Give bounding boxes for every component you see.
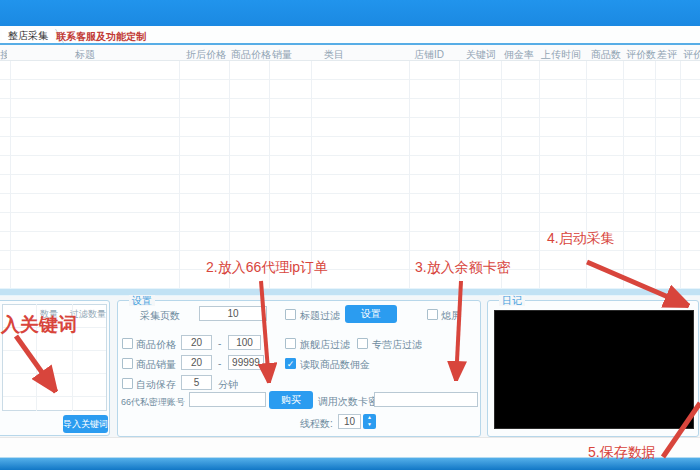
import-keywords-button[interactable]: 导入关键词 bbox=[63, 415, 108, 433]
log-output[interactable] bbox=[494, 310, 694, 429]
card-key-input[interactable] bbox=[374, 392, 478, 407]
buy-button[interactable]: 购买 bbox=[269, 391, 313, 409]
sales-label: 商品销量 bbox=[136, 358, 176, 372]
title-filter-checkbox[interactable] bbox=[285, 309, 296, 320]
grid-line bbox=[409, 61, 410, 288]
franchise-filter-label[interactable]: 专营店过滤 bbox=[372, 338, 422, 352]
column-header-sales[interactable]: 销量 bbox=[272, 48, 292, 62]
read-commission-checkbox[interactable]: ✓ bbox=[285, 358, 296, 369]
column-header-shop-id[interactable]: 店铺ID bbox=[414, 48, 444, 62]
column-header-commission[interactable]: 佣金率 bbox=[504, 48, 534, 62]
annotation-proxy-order: 2.放入66代理ip订单 bbox=[206, 259, 328, 277]
grid-line bbox=[311, 61, 312, 288]
threads-input[interactable] bbox=[338, 414, 361, 429]
grid-line bbox=[655, 61, 656, 288]
grid-line bbox=[501, 61, 502, 288]
threads-label: 线程数: bbox=[300, 417, 333, 431]
sales-filter-checkbox[interactable] bbox=[122, 358, 133, 369]
screen-off-checkbox[interactable] bbox=[427, 309, 438, 320]
column-header-category[interactable]: 类目 bbox=[324, 48, 344, 62]
price-label: 商品价格 bbox=[136, 338, 176, 352]
flagship-filter-checkbox[interactable] bbox=[285, 338, 296, 349]
annotation-keywords: 入关键词 bbox=[1, 312, 77, 338]
app-window: 整店采集 联系客服及功能定制 接 标题 折后价格 商品价格 销量 类目 店铺ID… bbox=[0, 0, 700, 470]
column-header-keyword[interactable]: 关键词 bbox=[466, 48, 496, 62]
price-filter-checkbox[interactable] bbox=[122, 338, 133, 349]
grid-line bbox=[623, 61, 624, 288]
annotation-balance-card: 3.放入余额卡密 bbox=[415, 259, 511, 277]
grid-line bbox=[179, 61, 180, 288]
pages-label: 采集页数 bbox=[140, 309, 180, 323]
horizontal-splitter[interactable] bbox=[0, 288, 700, 296]
title-filter-settings-button[interactable]: 设置 bbox=[345, 305, 397, 323]
pages-input[interactable] bbox=[199, 306, 267, 321]
log-group-label: 日记 bbox=[499, 295, 525, 306]
card-key-label: 调用次数卡密 bbox=[318, 395, 378, 409]
sales-min-input[interactable] bbox=[181, 355, 212, 370]
read-commission-label[interactable]: 读取商品数佣金 bbox=[300, 358, 370, 372]
proxy-account-input[interactable] bbox=[189, 392, 266, 407]
annotation-save-data: 5.保存数据 bbox=[588, 444, 656, 462]
threads-stepper[interactable]: ▲ ▼ bbox=[363, 414, 376, 429]
column-header-title[interactable]: 标题 bbox=[75, 48, 95, 62]
grid-line bbox=[229, 61, 230, 288]
proxy-account-label: 66代私密理账号 bbox=[121, 396, 185, 409]
autosave-label: 自动保存 bbox=[136, 378, 176, 392]
stepper-down-icon[interactable]: ▼ bbox=[367, 421, 372, 427]
contact-service-link[interactable]: 联系客服及功能定制 bbox=[56, 30, 146, 43]
column-header-review-rate[interactable]: 评价率 bbox=[683, 48, 700, 62]
screen-off-label[interactable]: 熄屏 bbox=[441, 309, 461, 323]
price-min-input[interactable] bbox=[181, 335, 212, 350]
column-header-bad-review[interactable]: 差评 bbox=[657, 48, 677, 62]
title-bar bbox=[0, 0, 700, 26]
sales-dash: - bbox=[218, 358, 221, 369]
settings-group-label: 设置 bbox=[129, 295, 155, 306]
column-header-item-count[interactable]: 商品数 bbox=[591, 48, 621, 62]
results-table-body[interactable] bbox=[0, 61, 700, 288]
title-filter-label[interactable]: 标题过滤 bbox=[300, 309, 340, 323]
column-header-upload-time[interactable]: 上传时间 bbox=[541, 48, 581, 62]
price-dash: - bbox=[218, 338, 221, 349]
franchise-filter-checkbox[interactable] bbox=[357, 338, 368, 349]
annotation-start-collect: 4.启动采集 bbox=[547, 230, 615, 248]
grid-line bbox=[269, 61, 270, 288]
column-header-price[interactable]: 商品价格 bbox=[231, 48, 271, 62]
column-header-review-count[interactable]: 评价数 bbox=[626, 48, 656, 62]
autosave-input[interactable] bbox=[181, 375, 212, 390]
column-header-discount[interactable]: 折后价格 bbox=[186, 48, 226, 62]
sales-max-input[interactable] bbox=[228, 355, 264, 370]
flagship-filter-label[interactable]: 旗舰店过滤 bbox=[300, 338, 350, 352]
autosave-checkbox[interactable] bbox=[122, 378, 133, 389]
column-header-fragment: 接 bbox=[0, 48, 7, 62]
table-header-row: 接 标题 折后价格 商品价格 销量 类目 店铺ID 关键词 佣金率 上传时间 商… bbox=[0, 45, 700, 61]
grid-line bbox=[680, 61, 681, 288]
stepper-up-icon[interactable]: ▲ bbox=[367, 414, 372, 420]
autosave-unit: 分钟 bbox=[218, 378, 238, 392]
grid-line bbox=[539, 61, 540, 288]
grid-line bbox=[459, 61, 460, 288]
grid-line bbox=[10, 61, 11, 288]
grid-line bbox=[586, 61, 587, 288]
price-max-input[interactable] bbox=[228, 335, 261, 350]
